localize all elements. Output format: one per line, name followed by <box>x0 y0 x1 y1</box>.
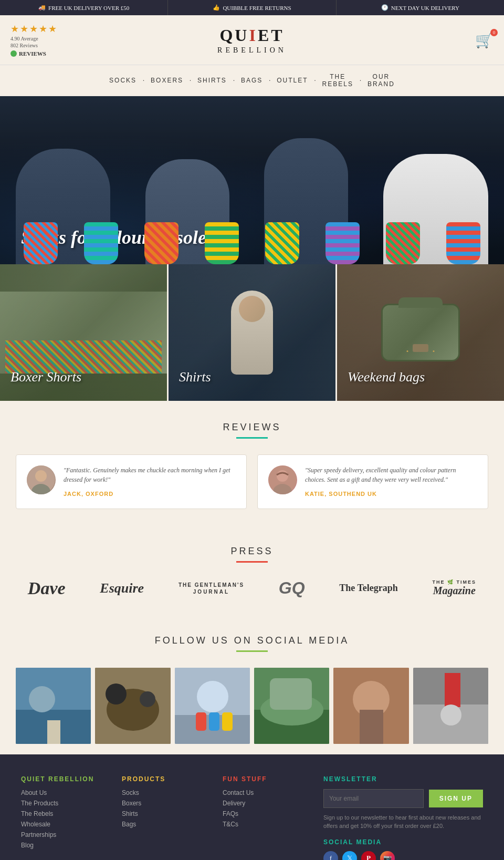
nav-outlet[interactable]: OUTLET <box>271 74 313 87</box>
category-grid: Boxer Shorts Shirts Weekend bags <box>0 264 504 401</box>
nav-shirts[interactable]: SHIRTS <box>192 74 232 87</box>
top-bar-nextday: 🕐 NEXT DAY UK DELIVERY <box>337 0 504 15</box>
sock-8 <box>446 222 480 264</box>
nav-brand[interactable]: OUR BRAND <box>362 70 400 91</box>
logo[interactable]: QUIET REBELLION <box>217 26 287 55</box>
review-card-1: "Fantastic. Genuinely makes me chuckle e… <box>16 454 247 509</box>
cart-badge: 0 <box>490 29 498 36</box>
social-image-4[interactable] <box>254 668 329 744</box>
footer-link-shirts[interactable]: Shirts <box>122 810 202 817</box>
review-text-1: "Fantastic. Genuinely makes me chuckle e… <box>64 465 236 484</box>
social-image-3[interactable] <box>175 668 250 744</box>
footer-link-socks[interactable]: Socks <box>122 789 202 796</box>
svg-point-4 <box>277 470 288 482</box>
reviewer-avatar-2 <box>268 465 297 494</box>
footer-col-products: PRODUCTS Socks Boxers Shirts Bags <box>122 775 202 860</box>
navigation: SOCKS · BOXERS · SHIRTS · BAGS · OUTLET … <box>0 65 504 96</box>
review-content-2: "Super speedy delivery, excellent qualit… <box>305 465 477 498</box>
footer-link-contact[interactable]: Contact Us <box>223 789 302 796</box>
press-logo-esquire[interactable]: Esquire <box>100 581 144 596</box>
logo-subtitle: REBELLION <box>217 46 287 55</box>
reviews-dot <box>10 50 17 57</box>
newsletter-email-input[interactable] <box>323 789 424 808</box>
reviews-grid: "Fantastic. Genuinely makes me chuckle e… <box>16 454 488 509</box>
cart-area[interactable]: 🛒 0 <box>475 32 494 49</box>
footer-link-faqs[interactable]: FAQs <box>223 810 302 817</box>
footer-link-partnerships[interactable]: Partnerships <box>21 831 101 838</box>
footer-link-products[interactable]: The Products <box>21 800 101 807</box>
reviewer-avatar-1 <box>27 465 56 494</box>
header: ★★★★★ 4.90 Average 802 Reviews REVIEWS Q… <box>0 15 504 65</box>
sock-1 <box>24 222 58 264</box>
press-logo-times[interactable]: THE 🌿 TIMES Magazine <box>433 579 477 597</box>
reviewer-name-1: JACK, OXFORD <box>64 491 113 497</box>
star-rating: ★★★★★ <box>10 23 58 35</box>
sock-2 <box>84 222 118 264</box>
svg-point-16 <box>197 681 228 712</box>
svg-rect-19 <box>222 712 233 731</box>
footer-link-boxers[interactable]: Boxers <box>122 800 202 807</box>
category-shirts-label: Shirts <box>179 369 211 385</box>
footer-link-delivery[interactable]: Delivery <box>223 800 302 807</box>
instagram-icon[interactable]: 📷 <box>380 851 395 860</box>
footer-col-funstuff: FUN STUFF Contact Us Delivery FAQs T&Cs <box>223 775 302 860</box>
returns-text: QUIBBLE FREE RETURNS <box>223 5 291 11</box>
svg-rect-18 <box>209 712 219 731</box>
delivery-icon: 🚚 <box>38 4 46 11</box>
sock-4 <box>205 222 239 264</box>
review-text-2: "Super speedy delivery, excellent qualit… <box>305 465 477 484</box>
press-logo-gq[interactable]: GQ <box>279 578 305 598</box>
footer-link-tcs[interactable]: T&Cs <box>223 821 302 828</box>
social-media-footer-title: SOCIAL MEDIA <box>323 838 483 846</box>
press-section-title: PRESS <box>16 546 488 557</box>
hero-socks <box>0 212 504 264</box>
nav-socks[interactable]: SOCKS <box>104 74 142 87</box>
footer-col-brand: QUIET REBELLION About Us The Products Th… <box>21 775 101 860</box>
category-bags[interactable]: Weekend bags <box>337 264 504 401</box>
social-icons: f 𝕏 𝐏 📷 <box>323 851 483 860</box>
footer-link-about[interactable]: About Us <box>21 789 101 796</box>
footer-funstuff-title: FUN STUFF <box>223 775 302 783</box>
svg-rect-26 <box>360 710 383 744</box>
footer-col-newsletter: NEWSLETTER SIGN UP Sign up to our newsle… <box>323 775 483 860</box>
hero-banner: Socks for colourful soles <box>0 96 504 264</box>
social-image-1[interactable] <box>16 668 91 744</box>
footer-link-bags[interactable]: Bags <box>122 821 202 828</box>
svg-rect-23 <box>270 678 312 710</box>
social-underline <box>236 650 268 652</box>
reviews-label[interactable]: REVIEWS <box>10 50 46 57</box>
social-image-6[interactable] <box>413 668 488 744</box>
footer-link-rebels[interactable]: The Rebels <box>21 810 101 817</box>
press-logo-gentleman[interactable]: THE GENTLEMAN'S JOURNAL <box>178 582 244 595</box>
svg-point-12 <box>106 683 127 704</box>
press-logo-dave[interactable]: Dave <box>28 578 66 598</box>
nav-boxers[interactable]: BOXERS <box>145 74 188 87</box>
nav-bags[interactable]: BAGS <box>236 74 268 87</box>
footer-link-wholesale[interactable]: Wholesale <box>21 821 101 828</box>
nextday-text: NEXT DAY UK DELIVERY <box>391 5 459 11</box>
newsletter-signup-button[interactable]: SIGN UP <box>429 790 483 807</box>
rating-average: 4.90 Average <box>10 36 38 42</box>
facebook-icon[interactable]: f <box>323 851 338 860</box>
category-bags-label: Weekend bags <box>348 369 425 385</box>
footer-brand-title: QUIET REBELLION <box>21 775 101 783</box>
sock-5 <box>265 222 299 264</box>
sock-6 <box>326 222 360 264</box>
returns-icon: 👍 <box>213 4 220 11</box>
rating-count: 802 Reviews <box>10 43 38 48</box>
social-image-5[interactable] <box>333 668 408 744</box>
category-shirts[interactable]: Shirts <box>169 264 337 401</box>
press-logo-telegraph[interactable]: The Telegraph <box>339 583 398 594</box>
nav-rebels[interactable]: THE REBELS <box>317 70 359 91</box>
sock-3 <box>144 222 178 264</box>
reviews-section: REVIEWS "Fantastic. Genuinely makes me c… <box>0 401 504 530</box>
category-boxer-shorts[interactable]: Boxer Shorts <box>0 264 169 401</box>
svg-point-8 <box>29 686 55 712</box>
twitter-icon[interactable]: 𝕏 <box>342 851 357 860</box>
reviews-underline <box>236 437 268 439</box>
pinterest-icon[interactable]: 𝐏 <box>361 851 376 860</box>
svg-point-1 <box>35 470 47 482</box>
social-image-2[interactable] <box>95 668 170 744</box>
reviews-badge[interactable]: ★★★★★ 4.90 Average 802 Reviews REVIEWS <box>10 23 58 57</box>
footer-link-blog[interactable]: Blog <box>21 842 101 849</box>
